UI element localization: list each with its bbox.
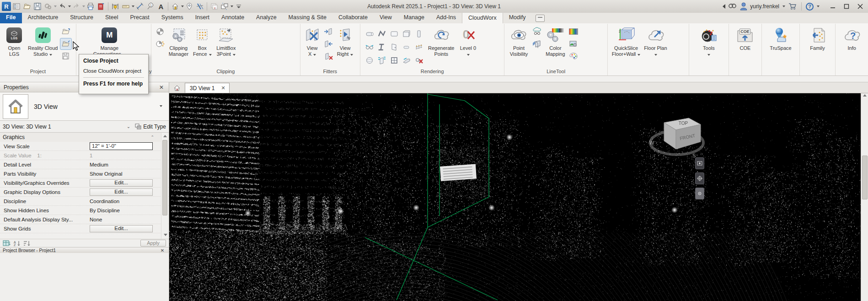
aligned-dimension-icon[interactable] [135,1,145,11]
cloud-box-icon[interactable] [531,38,542,49]
property-row[interactable]: Default Analysis Display Sty... None [0,215,169,224]
fit-pipe-icon[interactable] [364,27,376,40]
pin-dimension-icon[interactable] [110,1,120,11]
fit-disconnect-icon[interactable] [413,54,425,67]
fit-sphere-icon[interactable] [364,54,376,67]
minimize-button[interactable] [827,2,839,11]
ribbon-tab[interactable]: Analyze [250,12,282,23]
fit-column-icon[interactable] [413,27,425,40]
switch-windows-icon[interactable] [220,1,230,11]
rcs-dropdown-icon[interactable] [49,54,52,56]
view-tab-close-icon[interactable]: ✕ [221,85,225,91]
section-remove-icon[interactable] [323,51,334,62]
project-browser-close-icon[interactable]: ✕ [159,248,166,253]
home-icon[interactable] [170,1,180,11]
cloud-glasses-icon[interactable] [531,26,542,37]
switch-windows-dropdown-icon[interactable] [230,5,233,7]
section-push-icon[interactable] [323,26,334,37]
property-row[interactable]: View Scale 12" = 1'-0" [0,142,169,151]
section-graphics[interactable]: Graphics⌃ [0,133,169,142]
fit-wall-icon[interactable] [388,27,401,40]
infocenter-collapse-icon[interactable] [723,4,725,9]
ribbon-tab[interactable]: Precast [124,12,155,23]
property-row[interactable]: Visibility/Graphics Overrides Edit... [0,178,169,188]
save-project-icon[interactable] [60,51,71,62]
viewport-scroll-up-icon[interactable] [861,94,868,97]
sort-list-icon[interactable] [23,240,31,247]
ribbon-tab[interactable]: Architecture [22,12,64,23]
palette-icon[interactable] [568,51,579,62]
export-icon[interactable] [96,1,106,11]
clip-sphere-icon[interactable] [155,26,166,37]
ribbon-tab[interactable]: Massing & Site [283,12,332,23]
manage-connections-button[interactable]: M Manage Connections [91,25,128,58]
truspace-locate-button[interactable] [695,172,704,184]
ribbon-tab[interactable]: Add-Ins [430,12,462,23]
instance-dropdown-icon[interactable]: ⌄ [127,124,130,129]
thin-lines-icon[interactable] [195,1,205,11]
fit-duct-icon[interactable] [376,54,388,67]
properties-palette-icon[interactable] [11,1,21,11]
qat-customize-icon[interactable] [234,1,244,11]
gradient-square-icon[interactable] [568,26,579,37]
clip-sphere-points-icon[interactable] [155,38,166,49]
property-row[interactable]: Discipline Coordination [0,197,169,206]
sort-table-icon[interactable] [3,240,11,247]
close-inactive-icon[interactable]: x [209,1,219,11]
level0-button[interactable]: 0 Level 0 [456,25,480,58]
text-icon[interactable]: A [156,1,166,11]
family-button[interactable]: Family [806,25,830,52]
open-icon[interactable] [22,1,32,11]
view-right-dropdown-icon[interactable] [350,54,353,56]
properties-scrollbar[interactable] [161,133,168,239]
view-tab-3d-view-1[interactable]: 3D View 1 ✕ [185,83,230,93]
view-right-button[interactable]: View Right [335,25,356,58]
section-collapse-icon[interactable]: ⌃ [150,135,154,140]
ribbon-cycle-icon[interactable] [536,15,545,22]
ribbon-tab[interactable]: Modify [503,12,532,23]
view-x-button[interactable]: View X [303,25,322,58]
revit-logo-icon[interactable]: R [2,2,11,11]
ribbon-tab[interactable]: Annotate [215,12,250,23]
open-project-icon[interactable] [60,26,71,37]
ribbon-tab[interactable]: Systems [155,12,189,23]
fit-window-icon[interactable] [388,54,401,67]
truspace-pano-button[interactable] [695,157,704,169]
ribbon-tab[interactable]: Steel [99,12,124,23]
edit-type-button[interactable]: Edit Type [135,124,166,130]
property-row[interactable]: Scale Value 1: 1 [0,151,169,160]
tag-icon[interactable]: 1 [145,1,155,11]
open-lgs-button[interactable]: LGS Open LGS [2,25,26,58]
tools-button[interactable]: Tools [697,25,721,58]
regenerate-points-button[interactable]: Regenerate Points [426,25,456,58]
redo-dropdown-icon[interactable] [82,5,85,7]
ribbon-tab[interactable]: Structure [64,12,99,23]
fit-ramp-icon[interactable] [401,54,413,67]
tools-dropdown-icon[interactable] [707,54,710,56]
user-name[interactable]: yuriy.frenkel [750,3,779,10]
limitbox-3point-button[interactable]: LimitBox 3Point [214,25,238,58]
store-cart-icon[interactable] [788,2,797,11]
apply-button[interactable]: Apply [140,240,166,247]
sync-icon[interactable] [43,1,53,11]
type-selector[interactable]: 3D View [0,92,169,121]
property-row[interactable]: Show Grids Edit... [0,224,169,233]
save-icon[interactable] [32,1,43,11]
property-row[interactable]: Show Hidden Lines By Discipline [0,206,169,215]
clipping-manager-button[interactable]: Clipping Manager [166,25,190,58]
ribbon-tab[interactable]: Manage [398,12,430,23]
view-x-dropdown-icon[interactable] [313,54,316,56]
viewport-3d[interactable]: TOP FRONT W S [169,93,868,301]
print-icon[interactable] [86,1,96,11]
section-pull-icon[interactable] [323,38,334,49]
limitbox-dropdown-icon[interactable] [233,54,236,56]
level0-dropdown-icon[interactable] [467,54,470,56]
home-dropdown-icon[interactable] [181,5,184,7]
fit-steel-icon[interactable] [376,40,388,54]
ribbon-tab[interactable]: File [0,12,22,23]
image-gear-icon[interactable] [568,38,579,49]
sync-dropdown-icon[interactable] [54,5,57,7]
project-browser-header[interactable]: Project Browser - Project1 ✕ [0,247,169,253]
info-button[interactable]: ? Info [840,25,864,52]
maximize-button[interactable] [841,2,852,11]
